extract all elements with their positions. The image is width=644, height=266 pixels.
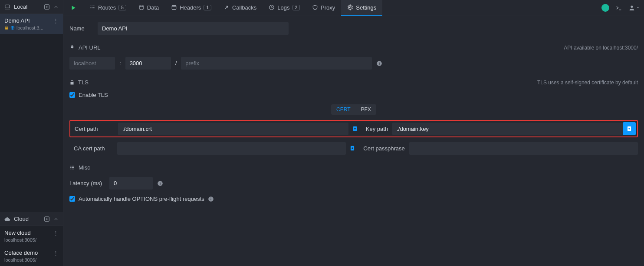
cloud-icon bbox=[4, 216, 10, 222]
key-path-label: Key path bbox=[361, 126, 392, 132]
name-label: Name bbox=[69, 25, 93, 32]
tab-badge: 2 bbox=[292, 5, 300, 10]
svg-point-4 bbox=[140, 5, 143, 7]
sidebar-local-label: Local bbox=[14, 3, 40, 10]
tab-badge: 5 bbox=[118, 5, 126, 10]
svg-rect-20 bbox=[160, 182, 160, 182]
sidebar-item-host: localhost:3006/ bbox=[4, 257, 36, 263]
host-input[interactable] bbox=[69, 57, 115, 70]
plug-icon bbox=[69, 45, 75, 50]
tab-settings[interactable]: Settings bbox=[341, 0, 382, 16]
lock-icon bbox=[69, 80, 75, 85]
port-input[interactable] bbox=[125, 57, 171, 70]
svg-rect-10 bbox=[379, 63, 380, 64]
key-browse-button[interactable] bbox=[623, 122, 636, 135]
sidebar-item-menu-icon[interactable]: ⋮ bbox=[53, 249, 59, 256]
cert-browse-button[interactable] bbox=[348, 122, 361, 135]
svg-point-8 bbox=[631, 6, 633, 8]
laptop-icon bbox=[4, 4, 10, 10]
seg-cert[interactable]: CERT bbox=[331, 104, 355, 115]
info-icon[interactable] bbox=[157, 180, 163, 186]
tab-proxy[interactable]: Proxy bbox=[306, 0, 341, 16]
sidebar: Local Demo API ⋮ localhost:3... bbox=[0, 0, 63, 266]
lock-icon bbox=[4, 26, 9, 30]
svg-point-15 bbox=[628, 128, 630, 130]
topbar: Routes 5 Data Headers 1 Callbacks bbox=[63, 0, 644, 16]
avatar[interactable] bbox=[601, 4, 609, 12]
cert-path-label: Cert path bbox=[70, 126, 118, 132]
svg-rect-0 bbox=[5, 5, 10, 8]
proxy-icon bbox=[312, 4, 318, 10]
latency-input[interactable] bbox=[109, 177, 153, 190]
cert-passphrase-input[interactable] bbox=[409, 142, 638, 155]
tab-headers[interactable]: Headers 1 bbox=[165, 0, 217, 16]
latency-label: Latency (ms) bbox=[69, 180, 105, 186]
separator: : bbox=[119, 60, 121, 66]
separator: / bbox=[175, 60, 177, 66]
add-local-icon[interactable] bbox=[44, 4, 50, 10]
sidebar-local-header: Local bbox=[0, 0, 63, 14]
sidebar-item-menu-icon[interactable]: ⋮ bbox=[53, 229, 59, 236]
sidebar-item-title: Demo API bbox=[4, 17, 30, 24]
tls-type-segmented: CERT PFX bbox=[331, 104, 376, 115]
name-input[interactable] bbox=[98, 22, 289, 35]
routes-icon bbox=[89, 4, 95, 10]
options-preflight-label: Automatically handle OPTIONS pre-flight … bbox=[79, 196, 204, 202]
sidebar-item-title: New cloud bbox=[4, 229, 31, 236]
cert-path-input[interactable] bbox=[118, 123, 348, 135]
svg-rect-11 bbox=[379, 62, 380, 62]
key-path-input[interactable] bbox=[392, 123, 623, 135]
tab-logs[interactable]: Logs 2 bbox=[263, 0, 306, 16]
tab-label: Routes bbox=[98, 4, 116, 11]
main: Routes 5 Data Headers 1 Callbacks bbox=[63, 0, 644, 266]
collapse-local-icon[interactable] bbox=[53, 4, 59, 10]
cert-key-row-highlight: Cert path Key path bbox=[69, 120, 638, 137]
globe-icon bbox=[10, 26, 15, 30]
headers-icon bbox=[171, 4, 177, 10]
account-menu[interactable] bbox=[628, 4, 640, 11]
sidebar-cloud-label: Cloud bbox=[14, 216, 40, 222]
tab-label: Headers bbox=[180, 4, 201, 11]
enable-tls-label: Enable TLS bbox=[79, 92, 108, 98]
tab-callbacks[interactable]: Callbacks bbox=[217, 0, 263, 16]
svg-rect-22 bbox=[210, 198, 211, 200]
svg-rect-5 bbox=[172, 5, 176, 9]
sidebar-item-menu-icon[interactable]: ⋮ bbox=[53, 17, 59, 24]
sidebar-item-host: localhost:3005/ bbox=[4, 237, 36, 243]
tab-routes[interactable]: Routes 5 bbox=[83, 0, 132, 16]
enable-tls-checkbox[interactable] bbox=[69, 92, 75, 98]
seg-pfx[interactable]: PFX bbox=[356, 104, 376, 115]
sidebar-item-demo-api[interactable]: Demo API ⋮ localhost:3... bbox=[0, 14, 63, 34]
callbacks-icon bbox=[223, 4, 230, 10]
misc-heading: Misc bbox=[79, 164, 90, 171]
prefix-input[interactable] bbox=[181, 57, 372, 70]
tab-label: Callbacks bbox=[232, 4, 256, 11]
tab-badge: 1 bbox=[204, 5, 211, 10]
collapse-cloud-icon[interactable] bbox=[53, 216, 59, 222]
sidebar-item-host: localhost:3... bbox=[16, 25, 43, 30]
sidebar-item-new-cloud[interactable]: New cloud ⋮ localhost:3005/ bbox=[0, 226, 63, 246]
tab-label: Logs bbox=[277, 4, 289, 11]
options-preflight-checkbox[interactable] bbox=[69, 196, 75, 202]
sidebar-cloud-header: Cloud bbox=[0, 212, 63, 226]
ca-cert-path-label: CA cert path bbox=[69, 145, 117, 152]
run-button[interactable] bbox=[63, 0, 83, 16]
svg-rect-19 bbox=[160, 183, 160, 184]
logs-icon bbox=[269, 4, 275, 10]
sidebar-item-coface-demo[interactable]: Coface demo ⋮ localhost:3006/ bbox=[0, 246, 63, 266]
info-icon[interactable] bbox=[208, 196, 214, 202]
tab-data[interactable]: Data bbox=[132, 0, 165, 16]
ca-cert-path-input[interactable] bbox=[117, 142, 346, 155]
svg-point-17 bbox=[352, 147, 354, 149]
add-cloud-icon[interactable] bbox=[44, 216, 50, 222]
ca-browse-button[interactable] bbox=[346, 142, 359, 155]
cert-passphrase-label: Cert passphrase bbox=[359, 145, 409, 152]
tls-hint: TLS uses a self-signed certificate by de… bbox=[537, 80, 638, 86]
terminal-icon[interactable] bbox=[615, 4, 622, 11]
svg-point-13 bbox=[354, 128, 356, 130]
svg-rect-23 bbox=[210, 197, 211, 198]
data-icon bbox=[138, 4, 145, 10]
api-url-hint: API available on localhost:3000/ bbox=[564, 45, 638, 51]
tab-label: Proxy bbox=[321, 4, 335, 11]
info-icon[interactable] bbox=[376, 60, 382, 66]
